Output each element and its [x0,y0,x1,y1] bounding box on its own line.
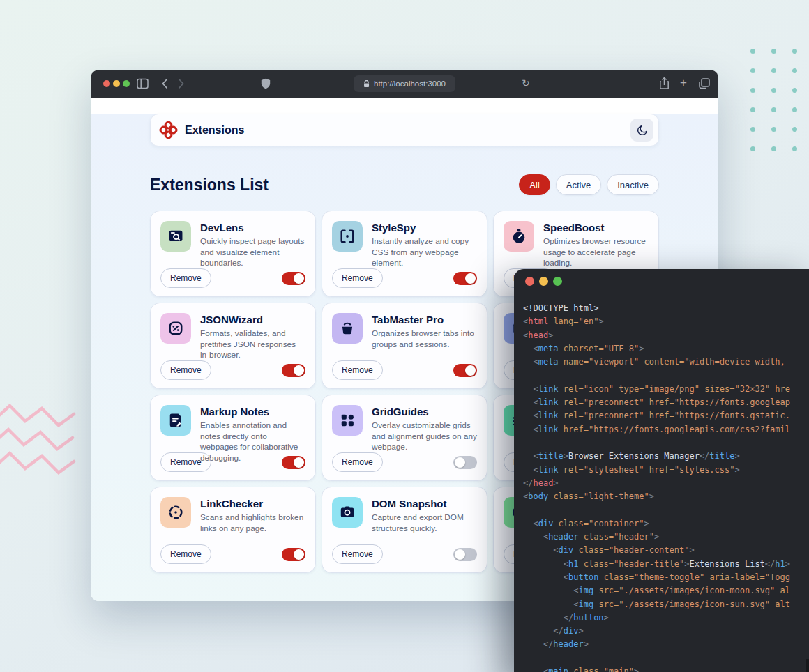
extension-description: Capture and export DOM structures quickl… [372,512,477,534]
zoom-window-button[interactable] [123,80,130,87]
code-line: <body class="light-theme"> [523,490,809,503]
extension-name: SpeedBoost [543,222,649,234]
extensions-logo-icon [159,121,178,139]
code-line: <header class="header"> [523,530,809,544]
close-window-button[interactable] [525,277,534,286]
code-line: <link rel="stylesheet" href="styles.css"… [523,464,809,477]
toggle-knob [294,273,304,284]
remove-button[interactable]: Remove [160,544,211,564]
toggle-knob [294,457,304,468]
extension-description: Scans and highlights broken links on any… [200,512,305,534]
dot [771,146,776,151]
tabmaster-icon [332,313,363,344]
remove-button[interactable]: Remove [160,360,211,380]
code-content[interactable]: <!DOCTYPE html><html lang="en"><head> <m… [523,302,809,672]
url-text: http://localhost:3000 [374,79,446,88]
dot [771,68,776,73]
code-line: <img src="./assets/images/icon-moon.svg"… [523,584,809,597]
code-line [523,503,809,517]
extension-description: Quickly inspect page layouts and visuali… [200,236,305,269]
code-line: <link rel="preconnect" href="https://fon… [523,396,809,409]
brand: Extensions [159,121,244,139]
tab-overview-icon[interactable] [699,78,710,89]
editor-scrollbar[interactable] [806,659,809,672]
remove-button[interactable]: Remove [332,544,383,564]
extension-card: DOM Snapshot Capture and export DOM stru… [322,487,487,573]
remove-button[interactable]: Remove [160,452,211,472]
jsonwizard-icon [160,313,191,344]
forward-icon[interactable] [178,78,185,89]
close-window-button[interactable] [103,80,110,87]
active-toggle[interactable] [282,548,305,561]
remove-button[interactable]: Remove [160,268,211,288]
extension-name: DOM Snapshot [372,498,477,510]
active-toggle[interactable] [282,456,305,469]
active-toggle[interactable] [453,272,477,285]
lock-icon [363,80,370,88]
desktop-backdrop: http://localhost:3000 ↻ + [0,0,809,672]
code-line: </button> [523,611,809,625]
extension-card: GridGuides Overlay customizable grids an… [322,395,487,481]
code-line: <meta charset="UTF-8"> [523,342,809,356]
extension-name: StyleSpy [372,222,477,234]
code-editor-window: <!DOCTYPE html><html lang="en"><head> <m… [514,269,809,672]
shield-icon[interactable] [261,78,271,90]
dot [792,68,797,73]
dot [792,107,797,112]
dot [771,107,776,112]
toggle-knob [294,365,304,376]
moon-icon [636,124,649,137]
active-toggle[interactable] [453,364,477,377]
theme-toggle-button[interactable] [630,119,653,142]
dot [792,88,797,93]
extension-description: Optimizes browser resource usage to acce… [543,236,649,269]
active-toggle[interactable] [282,364,305,377]
devlens-icon [160,221,191,252]
extension-card: JSONWizard Formats, validates, and prett… [150,303,316,389]
share-icon[interactable] [659,77,670,90]
code-line: <!DOCTYPE html> [523,302,809,315]
remove-button[interactable]: Remove [332,360,383,380]
dot [750,49,755,54]
sidebar-icon[interactable] [137,78,149,89]
page-title: Extensions List [150,176,269,194]
dot [750,146,755,151]
filter-inactive[interactable]: Inactive [607,174,659,195]
markupnotes-icon [160,405,191,436]
gridguides-icon [332,405,363,436]
extension-description: Organizes browser tabs into groups and s… [372,328,477,350]
speedboost-icon [504,221,534,252]
minimize-window-button[interactable] [539,277,548,286]
active-toggle[interactable] [453,456,477,469]
code-line: <img src="./assets/images/icon-sun.svg" … [523,598,809,611]
code-line: <title>Browser Extensions Manager</title… [523,450,809,463]
refresh-icon[interactable]: ↻ [522,78,530,88]
toggle-knob [455,457,465,468]
active-toggle[interactable] [453,548,477,561]
code-line [523,436,809,450]
filter-active[interactable]: Active [556,174,601,195]
dot [750,127,755,132]
address-bar[interactable]: http://localhost:3000 [354,75,455,92]
new-tab-icon[interactable]: + [680,77,687,89]
code-line: <h1 class="header-title">Extensions List… [523,558,809,571]
dot [771,127,776,132]
extension-description: Overlay customizable grids and alignment… [372,420,477,453]
remove-button[interactable]: Remove [332,268,383,288]
dot [792,146,797,151]
toggle-knob [465,273,476,284]
code-line: <div class="header-content"> [523,544,809,557]
code-line: <link rel="preconnect" href="https://fon… [523,409,809,422]
extension-card: LinkChecker Scans and highlights broken … [150,487,316,573]
remove-button[interactable]: Remove [332,452,383,472]
zigzag-decoration [0,395,84,480]
extension-card: DevLens Quickly inspect page layouts and… [150,211,316,297]
minimize-window-button[interactable] [113,80,120,87]
active-toggle[interactable] [282,272,305,285]
code-line: <main class="main"> [523,665,809,672]
code-line: </header> [523,638,809,651]
back-icon[interactable] [161,78,168,89]
filter-all[interactable]: All [519,174,550,195]
zoom-window-button[interactable] [553,277,562,286]
linkchecker-icon [160,497,191,528]
